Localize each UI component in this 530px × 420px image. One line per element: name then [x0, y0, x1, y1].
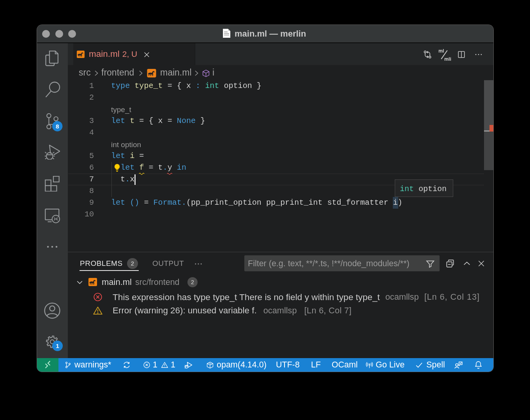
svg-text:int option: int option	[400, 185, 447, 193]
svg-text:2: 2	[131, 260, 134, 267]
svg-text:Filter (e.g. text, **/*.ts, !*: Filter (e.g. text, **/*.ts, !**/node_mod…	[248, 259, 410, 268]
svg-text:2: 2	[191, 279, 194, 285]
svg-text:1: 1	[56, 343, 59, 349]
